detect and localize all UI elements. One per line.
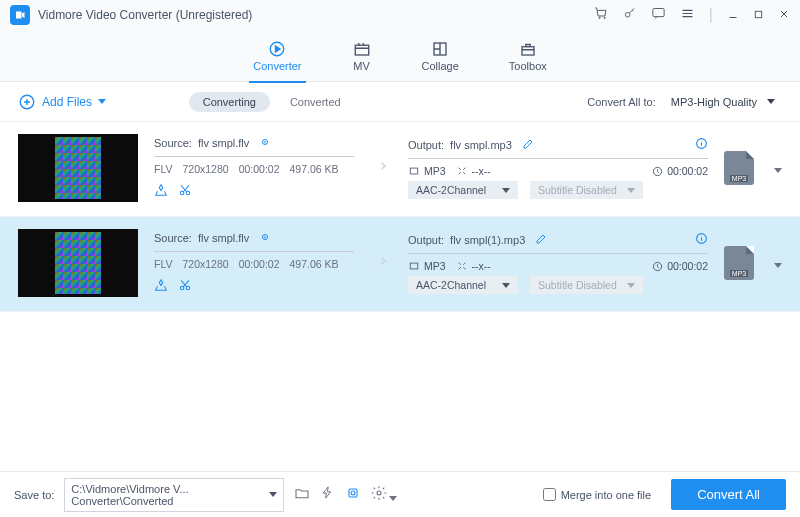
output-filename: flv smpl(1).mp3 xyxy=(450,234,525,246)
convert-all-format-select[interactable]: MP3-High Quality xyxy=(664,92,782,112)
cut-icon[interactable] xyxy=(178,278,192,296)
toolbar: Add Files Converting Converted Convert A… xyxy=(0,82,800,122)
settings-icon[interactable] xyxy=(371,485,397,505)
source-duration: 00:00:02 xyxy=(239,258,280,270)
source-resolution: 720x1280 xyxy=(182,163,228,175)
source-filename: flv smpl.flv xyxy=(198,232,249,244)
list-item[interactable]: Source: flv smpl.flv FLV 720x1280 00:00:… xyxy=(0,217,800,312)
source-format: FLV xyxy=(154,258,172,270)
thumbnail[interactable] xyxy=(18,229,138,297)
output-label: Output: xyxy=(408,139,444,151)
output-container: MP3 xyxy=(424,260,446,272)
chevron-down-icon xyxy=(627,283,635,288)
key-icon[interactable] xyxy=(623,6,637,24)
merge-label: Merge into one file xyxy=(561,489,652,501)
source-duration: 00:00:02 xyxy=(239,163,280,175)
tab-converter[interactable]: Converter xyxy=(253,36,301,76)
cart-icon[interactable] xyxy=(594,6,609,25)
chevron-down-icon xyxy=(502,188,510,193)
convert-all-format-value: MP3-High Quality xyxy=(671,96,757,108)
source-size: 497.06 KB xyxy=(290,258,339,270)
output-duration: 00:00:02 xyxy=(667,260,708,272)
merge-checkbox-input[interactable] xyxy=(543,488,556,501)
svg-rect-2 xyxy=(755,11,761,17)
output-panel: Output: flv smpl(1).mp3 MP3 --x-- 00:00:… xyxy=(408,232,708,294)
footer: Save to: C:\Vidmore\Vidmore V... Convert… xyxy=(0,471,800,517)
chevron-down-icon xyxy=(767,99,775,104)
seg-converted[interactable]: Converted xyxy=(276,92,355,112)
seg-converting[interactable]: Converting xyxy=(189,92,270,112)
svg-rect-18 xyxy=(410,263,418,269)
format-badge[interactable]: MP3 xyxy=(724,151,754,185)
item-format-dropdown[interactable] xyxy=(774,254,782,272)
chevron-down-icon xyxy=(502,283,510,288)
info-icon[interactable] xyxy=(695,232,708,247)
arrow-icon xyxy=(370,155,392,181)
divider: | xyxy=(709,6,713,24)
source-size: 497.06 KB xyxy=(290,163,339,175)
source-panel: Source: flv smpl.flv FLV 720x1280 00:00:… xyxy=(154,231,354,296)
format-badge[interactable]: MP3 xyxy=(724,246,754,280)
source-resolution: 720x1280 xyxy=(182,258,228,270)
output-scale: --x-- xyxy=(472,165,491,177)
output-panel: Output: flv smpl.mp3 MP3 --x-- 00:00:02 … xyxy=(408,137,708,199)
output-scale: --x-- xyxy=(472,260,491,272)
chevron-down-icon xyxy=(627,188,635,193)
tab-toolbox[interactable]: Toolbox xyxy=(509,36,547,76)
item-format-dropdown[interactable] xyxy=(774,159,782,177)
item-list: Source: flv smpl.flv FLV 720x1280 00:00:… xyxy=(0,122,800,471)
status-segment: Converting Converted xyxy=(189,92,355,112)
high-speed-icon[interactable] xyxy=(345,485,361,505)
titlebar: Vidmore Video Converter (Unregistered) | xyxy=(0,0,800,30)
app-title: Vidmore Video Converter (Unregistered) xyxy=(38,8,594,22)
chevron-down-icon xyxy=(98,99,106,104)
audio-select[interactable]: AAC-2Channel xyxy=(408,276,518,294)
subtitle-select[interactable]: Subtitle Disabled xyxy=(530,276,643,294)
svg-rect-20 xyxy=(349,489,357,497)
info-icon[interactable] xyxy=(695,137,708,152)
minimize-icon[interactable] xyxy=(727,6,739,24)
arrow-icon xyxy=(370,250,392,276)
chevron-down-icon xyxy=(269,492,277,497)
convert-all-button[interactable]: Convert All xyxy=(671,479,786,510)
save-path-select[interactable]: C:\Vidmore\Vidmore V... Converter\Conver… xyxy=(64,478,284,512)
tab-mv[interactable]: MV xyxy=(352,36,372,76)
audio-select[interactable]: AAC-2Channel xyxy=(408,181,518,199)
save-path-value: C:\Vidmore\Vidmore V... Converter\Conver… xyxy=(71,483,269,507)
edit-icon[interactable] xyxy=(522,138,534,152)
info-icon[interactable] xyxy=(259,231,271,245)
tab-collage[interactable]: Collage xyxy=(422,36,459,76)
maximize-icon[interactable] xyxy=(753,6,764,24)
edit-icon[interactable] xyxy=(154,278,168,296)
main-tabs: Converter MV Collage Toolbox xyxy=(0,30,800,82)
source-label: Source: xyxy=(154,232,192,244)
output-filename: flv smpl.mp3 xyxy=(450,139,512,151)
svg-point-21 xyxy=(351,491,355,495)
svg-rect-6 xyxy=(522,46,534,54)
feedback-icon[interactable] xyxy=(651,6,666,25)
info-icon[interactable] xyxy=(259,136,271,150)
merge-checkbox[interactable]: Merge into one file xyxy=(543,488,652,501)
hw-accel-icon[interactable] xyxy=(320,485,335,504)
save-to-label: Save to: xyxy=(14,489,54,501)
menu-icon[interactable] xyxy=(680,6,695,25)
source-format: FLV xyxy=(154,163,172,175)
svg-point-22 xyxy=(377,491,381,495)
close-icon[interactable] xyxy=(778,6,790,24)
output-container: MP3 xyxy=(424,165,446,177)
source-label: Source: xyxy=(154,137,192,149)
edit-icon[interactable] xyxy=(535,233,547,247)
edit-icon[interactable] xyxy=(154,183,168,201)
add-files-button[interactable]: Add Files xyxy=(18,93,106,111)
output-duration: 00:00:02 xyxy=(667,165,708,177)
tab-collage-label: Collage xyxy=(422,60,459,72)
subtitle-select[interactable]: Subtitle Disabled xyxy=(530,181,643,199)
cut-icon[interactable] xyxy=(178,183,192,201)
open-folder-icon[interactable] xyxy=(294,485,310,505)
tab-mv-label: MV xyxy=(353,60,370,72)
svg-rect-12 xyxy=(410,168,418,174)
add-files-label: Add Files xyxy=(42,95,92,109)
thumbnail[interactable] xyxy=(18,134,138,202)
list-item[interactable]: Source: flv smpl.flv FLV 720x1280 00:00:… xyxy=(0,122,800,217)
output-label: Output: xyxy=(408,234,444,246)
